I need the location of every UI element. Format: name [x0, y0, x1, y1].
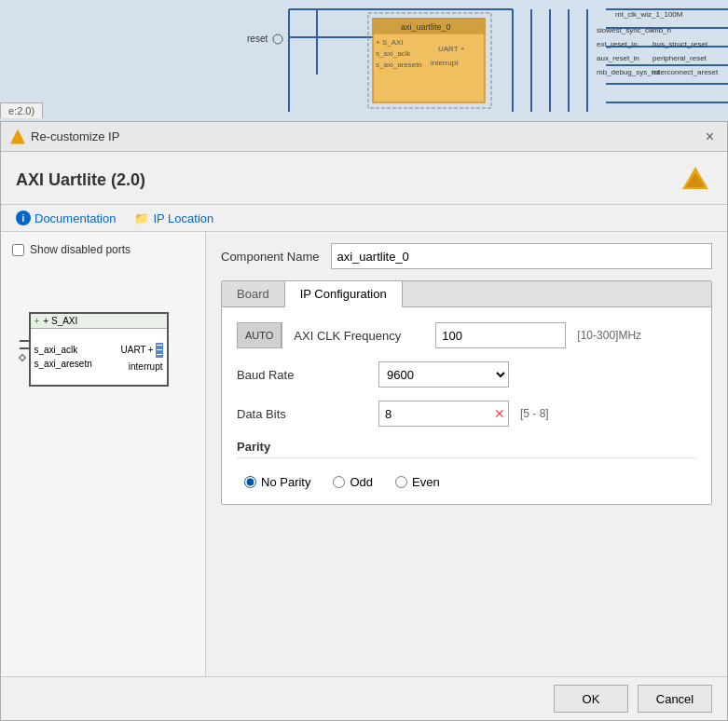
svg-text:UART +: UART + — [438, 45, 465, 53]
component-name-row: Component Name — [221, 243, 712, 269]
component-name-input[interactable] — [331, 243, 713, 269]
ip-block-body: s_axi_aclk s_axi_aresetn UART + — [31, 329, 167, 385]
title-bar-left: Re-customize IP — [10, 129, 119, 144]
port-s-axi — [20, 340, 29, 342]
port1-label: s_axi_aclk — [34, 345, 92, 355]
parity-option-odd[interactable]: Odd — [333, 475, 373, 489]
port-s-axi-aresetn — [20, 355, 29, 360]
data-bits-label: Data Bits — [237, 407, 367, 421]
svg-text:s_axi_aresetn: s_axi_aresetn — [376, 61, 422, 69]
svg-text:s_axi_aclk: s_axi_aclk — [376, 49, 411, 58]
xilinx-icon — [10, 129, 25, 144]
parity-section-label: Parity — [237, 440, 696, 458]
ok-button[interactable]: OK — [554, 685, 628, 713]
dialog-header: AXI Uartlite (2.0) — [1, 152, 727, 205]
svg-text:interrupt: interrupt — [431, 59, 459, 67]
parity-radio-even[interactable] — [395, 476, 407, 488]
dialog-title-bar-text: Re-customize IP — [31, 129, 119, 143]
data-bits-row: Data Bits ✕ [5 - 8] — [237, 401, 696, 427]
data-bits-input[interactable] — [378, 401, 509, 427]
diagram-background: reset axi_uartlite_0 + S_AXI s_axi_aclk … — [0, 0, 728, 121]
data-bits-hint: [5 - 8] — [520, 407, 549, 420]
tabs-container: Board IP Configuration AUTO AXI CLK Freq… — [221, 280, 712, 505]
baud-rate-row: Baud Rate 9600 19200 38400 57600 115200 — [237, 361, 696, 388]
tab-bar: Board IP Configuration — [222, 281, 711, 307]
parity-option-no-parity[interactable]: No Parity — [244, 475, 310, 489]
svg-text:axi_uartlite_0: axi_uartlite_0 — [401, 22, 451, 32]
show-disabled-text: Show disabled ports — [30, 243, 130, 256]
parity-label-even: Even — [412, 475, 440, 489]
info-icon: i — [16, 211, 31, 225]
dialog-footer: OK Cancel — [1, 676, 727, 720]
parity-options: No Parity Odd Even — [237, 468, 696, 489]
data-bits-wrapper: ✕ — [378, 401, 509, 427]
axi-clk-label: AXI CLK Frequency — [294, 329, 424, 343]
ip-block: + + S_AXI s_axi_aclk s_axi_aresetn UART — [29, 312, 169, 387]
ip-location-link[interactable]: 📁 IP Location — [134, 211, 213, 225]
cancel-button[interactable]: Cancel — [638, 685, 712, 713]
axi-clk-input[interactable] — [435, 322, 566, 348]
axi-clk-hint: [10-300]MHz — [577, 329, 641, 342]
ip-location-link-label: IP Location — [153, 211, 213, 225]
interrupt-label: interrupt — [129, 361, 163, 372]
parity-section: Parity No Parity Odd — [237, 440, 696, 489]
svg-point-16 — [273, 34, 282, 44]
svg-text:mt_clk_wiz_1_100M: mt_clk_wiz_1_100M — [615, 10, 683, 19]
show-disabled-label[interactable]: Show disabled ports — [12, 243, 194, 256]
documentation-link[interactable]: i Documentation — [16, 211, 116, 225]
svg-text:slowest_sync_clk: slowest_sync_clk — [597, 26, 655, 34]
ip-block-header-text: + S_AXI — [43, 316, 77, 326]
right-panel: Component Name Board IP Configuration AU… — [206, 232, 727, 676]
component-name-label: Component Name — [221, 250, 320, 264]
ip-block-header: + + S_AXI — [31, 314, 167, 329]
uart-label: UART — [121, 345, 146, 355]
svg-text:bus_struct_reset: bus_struct_reset — [652, 40, 708, 48]
left-panel: Show disabled ports — [1, 232, 206, 676]
auto-btn-bar: AUTO — [237, 322, 282, 348]
tab-ip-configuration[interactable]: IP Configuration — [285, 281, 403, 307]
svg-text:mb_debug_sys_rst: mb_debug_sys_rst — [597, 68, 660, 76]
title-bar: Re-customize IP × — [1, 122, 727, 152]
tab-board[interactable]: Board — [222, 281, 285, 306]
folder-icon: 📁 — [134, 211, 149, 225]
port-s-axi-aclk — [20, 347, 29, 349]
dialog-main-title: AXI Uartlite (2.0) — [16, 170, 145, 190]
parity-option-even[interactable]: Even — [395, 475, 440, 489]
uart-port: UART + — [121, 343, 163, 358]
parity-radio-no-parity[interactable] — [244, 476, 256, 488]
parity-label-odd: Odd — [350, 475, 373, 489]
svg-text:mb_n: mb_n — [652, 26, 671, 34]
svg-text:reset: reset — [247, 34, 268, 44]
port2-label: s_axi_aresetn — [34, 359, 92, 369]
toolbar-links: i Documentation 📁 IP Location — [1, 205, 727, 232]
close-button[interactable]: × — [702, 129, 718, 144]
show-disabled-checkbox[interactable] — [12, 244, 24, 256]
parity-radio-odd[interactable] — [333, 476, 345, 488]
ip-block-container: + + S_AXI s_axi_aclk s_axi_aresetn UART — [12, 312, 194, 387]
dialog-body: Show disabled ports — [1, 232, 727, 676]
vivado-logo — [679, 163, 712, 197]
svg-text:peripheral_reset: peripheral_reset — [652, 54, 707, 62]
data-bits-clear-button[interactable]: ✕ — [494, 407, 505, 420]
dialog: Re-customize IP × AXI Uartlite (2.0) i D… — [0, 121, 728, 721]
baud-rate-label: Baud Rate — [237, 368, 367, 382]
svg-text:+ S_AXI: + S_AXI — [376, 38, 404, 47]
baud-rate-select[interactable]: 9600 19200 38400 57600 115200 — [378, 361, 509, 388]
parity-label-no-parity: No Parity — [261, 475, 310, 489]
axi-clk-row: AUTO AXI CLK Frequency [10-300]MHz — [237, 322, 696, 348]
svg-text:interconnect_areset: interconnect_areset — [652, 68, 719, 76]
auto-label: AUTO — [238, 323, 282, 347]
tab-content-ip-configuration: AUTO AXI CLK Frequency [10-300]MHz Baud … — [222, 307, 711, 504]
svg-text:aux_reset_in: aux_reset_in — [597, 54, 639, 62]
documentation-link-label: Documentation — [34, 211, 116, 225]
svg-text:ext_reset_in: ext_reset_in — [597, 40, 638, 48]
